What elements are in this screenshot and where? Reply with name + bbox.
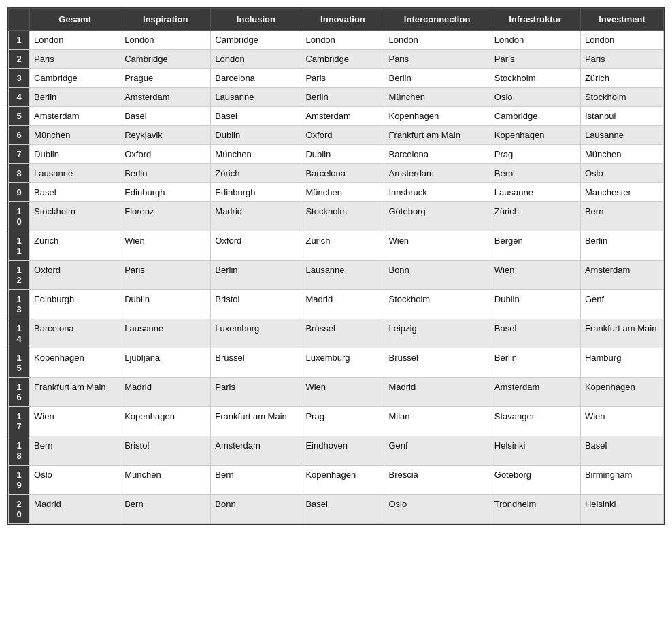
inspiration-cell: Lausanne bbox=[120, 319, 211, 348]
inclusion-cell: Frankfurt am Main bbox=[211, 407, 301, 436]
table-row: 4BerlinAmsterdamLausanneBerlinMünchenOsl… bbox=[9, 88, 664, 107]
inspiration-cell: Basel bbox=[120, 107, 211, 126]
innovation-cell: München bbox=[301, 183, 384, 202]
table-row: 13EdinburghDublinBristolMadridStockholmD… bbox=[9, 290, 664, 319]
table-row: 5AmsterdamBaselBaselAmsterdamKopenhagenC… bbox=[9, 107, 664, 126]
interconnection-cell: Frankfurt am Main bbox=[384, 126, 490, 145]
investment-cell: Oslo bbox=[580, 164, 663, 183]
investment-cell: Kopenhagen bbox=[580, 378, 663, 407]
inclusion-cell: Amsterdam bbox=[211, 436, 301, 466]
rank-cell: 11 bbox=[9, 231, 30, 261]
gesamt-cell: Oxford bbox=[30, 261, 120, 290]
inclusion-cell: London bbox=[211, 50, 301, 69]
inspiration-cell: Ljubljana bbox=[120, 348, 211, 378]
infrastruktur-cell: Amsterdam bbox=[490, 378, 580, 407]
interconnection-cell: Barcelona bbox=[384, 145, 490, 164]
header-inclusion: Inclusion bbox=[211, 9, 301, 31]
table-row: 15KopenhagenLjubljanaBrüsselLuxemburgBrü… bbox=[9, 348, 664, 378]
inclusion-cell: Cambridge bbox=[211, 31, 301, 50]
gesamt-cell: Wien bbox=[30, 407, 120, 436]
gesamt-cell: Lausanne bbox=[30, 164, 120, 183]
innovation-cell: Berlin bbox=[301, 88, 384, 107]
interconnection-cell: Amsterdam bbox=[384, 164, 490, 183]
gesamt-cell: Paris bbox=[30, 50, 120, 69]
investment-cell: Hamburg bbox=[580, 348, 663, 378]
investment-cell: Amsterdam bbox=[580, 261, 663, 290]
innovation-cell: Barcelona bbox=[301, 164, 384, 183]
gesamt-cell: München bbox=[30, 126, 120, 145]
rank-cell: 6 bbox=[9, 126, 30, 145]
innovation-cell: Prag bbox=[301, 407, 384, 436]
inspiration-cell: Oxford bbox=[120, 145, 211, 164]
investment-cell: Frankfurt am Main bbox=[580, 319, 663, 348]
table-row: 12OxfordParisBerlinLausanneBonnWienAmste… bbox=[9, 261, 664, 290]
infrastruktur-cell: Zürich bbox=[490, 202, 580, 231]
investment-cell: Birmingham bbox=[580, 466, 663, 495]
inspiration-cell: Dublin bbox=[120, 290, 211, 319]
rank-cell: 3 bbox=[9, 69, 30, 88]
interconnection-cell: Milan bbox=[384, 407, 490, 436]
infrastruktur-cell: Göteborg bbox=[490, 466, 580, 495]
gesamt-cell: Frankfurt am Main bbox=[30, 378, 120, 407]
infrastruktur-cell: Basel bbox=[490, 319, 580, 348]
infrastruktur-cell: Paris bbox=[490, 50, 580, 69]
table-row: 14BarcelonaLausanneLuxemburgBrüsselLeipz… bbox=[9, 319, 664, 348]
inclusion-cell: Paris bbox=[211, 378, 301, 407]
rank-cell: 18 bbox=[9, 436, 30, 466]
table-row: 17WienKopenhagenFrankfurt am MainPragMil… bbox=[9, 407, 664, 436]
interconnection-cell: Paris bbox=[384, 50, 490, 69]
table-row: 2ParisCambridgeLondonCambridgeParisParis… bbox=[9, 50, 664, 69]
inclusion-cell: Oxford bbox=[211, 231, 301, 261]
interconnection-cell: London bbox=[384, 31, 490, 50]
innovation-cell: London bbox=[301, 31, 384, 50]
rank-cell: 15 bbox=[9, 348, 30, 378]
inspiration-cell: Florenz bbox=[120, 202, 211, 231]
investment-cell: Manchester bbox=[580, 183, 663, 202]
gesamt-cell: Dublin bbox=[30, 145, 120, 164]
infrastruktur-cell: Prag bbox=[490, 145, 580, 164]
inspiration-cell: Amsterdam bbox=[120, 88, 211, 107]
investment-cell: Genf bbox=[580, 290, 663, 319]
innovation-cell: Oxford bbox=[301, 126, 384, 145]
interconnection-cell: Berlin bbox=[384, 69, 490, 88]
inclusion-cell: Bristol bbox=[211, 290, 301, 319]
infrastruktur-cell: Lausanne bbox=[490, 183, 580, 202]
gesamt-cell: Zürich bbox=[30, 231, 120, 261]
gesamt-cell: Barcelona bbox=[30, 319, 120, 348]
innovation-cell: Cambridge bbox=[301, 50, 384, 69]
inspiration-cell: Madrid bbox=[120, 378, 211, 407]
main-table-wrapper: Gesamt Inspiration Inclusion Innovation … bbox=[7, 7, 665, 525]
gesamt-cell: Stockholm bbox=[30, 202, 120, 231]
interconnection-cell: Leipzig bbox=[384, 319, 490, 348]
rank-cell: 16 bbox=[9, 378, 30, 407]
innovation-cell: Basel bbox=[301, 495, 384, 524]
inclusion-cell: Brüssel bbox=[211, 348, 301, 378]
interconnection-cell: Genf bbox=[384, 436, 490, 466]
gesamt-cell: Madrid bbox=[30, 495, 120, 524]
infrastruktur-cell: Bergen bbox=[490, 231, 580, 261]
rank-cell: 19 bbox=[9, 466, 30, 495]
rank-cell: 2 bbox=[9, 50, 30, 69]
infrastruktur-cell: Helsinki bbox=[490, 436, 580, 466]
innovation-cell: Lausanne bbox=[301, 261, 384, 290]
investment-cell: Stockholm bbox=[580, 88, 663, 107]
innovation-cell: Dublin bbox=[301, 145, 384, 164]
investment-cell: Paris bbox=[580, 50, 663, 69]
interconnection-cell: Stockholm bbox=[384, 290, 490, 319]
infrastruktur-cell: Oslo bbox=[490, 88, 580, 107]
gesamt-cell: Oslo bbox=[30, 466, 120, 495]
investment-cell: Lausanne bbox=[580, 126, 663, 145]
inclusion-cell: Lausanne bbox=[211, 88, 301, 107]
header-row: Gesamt Inspiration Inclusion Innovation … bbox=[9, 9, 664, 31]
inclusion-cell: Dublin bbox=[211, 126, 301, 145]
inspiration-cell: Edinburgh bbox=[120, 183, 211, 202]
interconnection-cell: München bbox=[384, 88, 490, 107]
innovation-cell: Brüssel bbox=[301, 319, 384, 348]
inspiration-cell: Cambridge bbox=[120, 50, 211, 69]
header-rank bbox=[9, 9, 30, 31]
inspiration-cell: Berlin bbox=[120, 164, 211, 183]
inclusion-cell: Bonn bbox=[211, 495, 301, 524]
inspiration-cell: London bbox=[120, 31, 211, 50]
innovation-cell: Wien bbox=[301, 378, 384, 407]
rank-cell: 5 bbox=[9, 107, 30, 126]
